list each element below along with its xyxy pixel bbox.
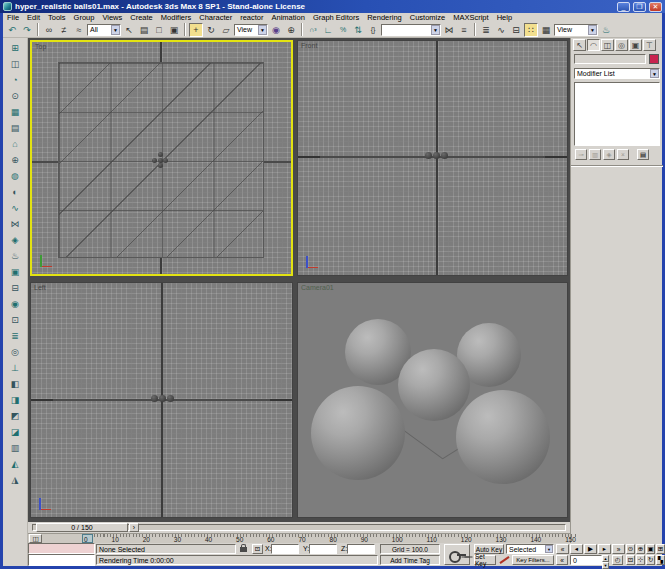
window-crossing-icon[interactable]: ▣ xyxy=(167,23,181,37)
close-button[interactable]: ✕ xyxy=(649,2,662,12)
viewport-left[interactable]: Left xyxy=(30,282,293,518)
key-filters-button[interactable]: Key Filters... xyxy=(512,555,554,565)
menu-item[interactable]: Help xyxy=(497,13,512,22)
next-frame-arrow[interactable]: › xyxy=(129,523,139,532)
tool-icon[interactable]: ◧ xyxy=(7,376,24,391)
tab-motion[interactable]: ◎ xyxy=(615,39,628,51)
tool-icon[interactable]: ⋈ xyxy=(7,216,24,231)
macro-recorder-mini-listener[interactable] xyxy=(28,543,95,554)
select-by-name-icon[interactable]: ▤ xyxy=(137,23,151,37)
mirror-icon[interactable]: ⋈ xyxy=(442,23,456,37)
minimize-button[interactable]: _ xyxy=(617,2,630,12)
maximize-button[interactable]: ❐ xyxy=(633,2,646,12)
selection-lock-icon[interactable] xyxy=(240,547,247,552)
next-frame-button[interactable]: ▸ xyxy=(598,544,611,554)
chevron-down-icon[interactable]: ▼ xyxy=(111,25,120,35)
chevron-down-icon[interactable]: ▼ xyxy=(431,25,440,35)
tab-create[interactable]: ↖ xyxy=(573,39,586,51)
tool-icon[interactable]: ∿ xyxy=(7,200,24,215)
menu-item[interactable]: Rendering xyxy=(367,13,402,22)
schematic-view-icon[interactable]: ⊟ xyxy=(509,23,523,37)
tab-display[interactable]: ▣ xyxy=(629,39,642,51)
spinner-snap-icon[interactable]: ⇅ xyxy=(351,23,365,37)
align-icon[interactable]: ≡ xyxy=(457,23,471,37)
undo-icon[interactable]: ↶ xyxy=(5,23,19,37)
y-coordinate-field[interactable] xyxy=(309,544,337,554)
spheres-left-view[interactable] xyxy=(151,395,175,402)
modifier-list-select[interactable]: Modifier List ▼ xyxy=(574,68,660,79)
angle-snap-icon[interactable]: ∟ xyxy=(321,23,335,37)
menu-item[interactable]: Create xyxy=(130,13,153,22)
maxscript-mini-listener[interactable] xyxy=(28,554,95,566)
render-scene-icon[interactable]: ▦ xyxy=(539,23,553,37)
tool-icon[interactable]: ◪ xyxy=(7,424,24,439)
chevron-down-icon[interactable]: ▼ xyxy=(258,25,267,35)
sphere-front-left[interactable] xyxy=(311,386,405,480)
tool-icon[interactable]: ◎ xyxy=(7,344,24,359)
viewport-camera[interactable]: Camera01 xyxy=(297,282,568,518)
menu-item[interactable]: Edit xyxy=(27,13,40,22)
x-coordinate-field[interactable] xyxy=(271,544,299,554)
selection-filter-select[interactable]: All▼ xyxy=(87,24,121,36)
menu-item[interactable]: Customize xyxy=(410,13,445,22)
tool-icon[interactable]: ◔ xyxy=(7,72,24,87)
go-to-end-button[interactable]: » xyxy=(612,544,625,554)
tool-icon[interactable]: ◩ xyxy=(7,408,24,423)
play-button[interactable]: ▶ xyxy=(584,544,597,554)
sphere-middle[interactable] xyxy=(398,349,470,421)
configure-modifier-sets-button[interactable]: ▤ xyxy=(637,149,649,160)
tool-icon[interactable]: ◉ xyxy=(7,296,24,311)
viewport-label[interactable]: Left xyxy=(34,284,46,291)
viewport-label[interactable]: Front xyxy=(301,42,317,49)
select-and-manipulate-icon[interactable]: ⊕ xyxy=(284,23,298,37)
menu-item[interactable]: Animation xyxy=(272,13,305,22)
menu-item[interactable]: reactor xyxy=(240,13,263,22)
tool-icon[interactable]: ▣ xyxy=(7,264,24,279)
select-and-move-icon[interactable]: + xyxy=(189,23,203,37)
pin-stack-button[interactable]: ⊸ xyxy=(575,149,587,160)
tool-icon[interactable]: ◫ xyxy=(7,56,24,71)
layer-manager-icon[interactable]: ≣ xyxy=(479,23,493,37)
tool-icon[interactable]: ⌂ xyxy=(7,136,24,151)
current-frame-field[interactable]: 0 xyxy=(570,555,602,565)
menu-item[interactable]: Tools xyxy=(48,13,66,22)
min-max-toggle-icon[interactable]: ▚ xyxy=(656,555,665,565)
tool-icon[interactable]: ◭ xyxy=(7,456,24,471)
sphere-front-right[interactable] xyxy=(456,390,550,484)
object-color-swatch[interactable] xyxy=(649,54,659,64)
tool-icon[interactable]: ▦ xyxy=(7,104,24,119)
menu-item[interactable]: Graph Editors xyxy=(313,13,359,22)
tool-icon[interactable]: ▥ xyxy=(7,440,24,455)
viewport-label[interactable]: Camera01 xyxy=(301,284,334,291)
select-and-scale-icon[interactable]: ▱ xyxy=(219,23,233,37)
menu-item[interactable]: Views xyxy=(102,13,122,22)
redo-icon[interactable]: ↷ xyxy=(20,23,34,37)
tool-icon[interactable]: ⊡ xyxy=(7,312,24,327)
time-slider-handle[interactable]: 0 / 150 xyxy=(36,523,128,532)
select-and-rotate-icon[interactable]: ↻ xyxy=(204,23,218,37)
tool-icon[interactable]: ⊟ xyxy=(7,280,24,295)
tool-icon[interactable]: ◐ xyxy=(7,184,24,199)
zoom-extents-all-icon[interactable]: ⊞ xyxy=(656,544,665,554)
select-and-link-icon[interactable]: ∞ xyxy=(42,23,56,37)
curve-editor-icon[interactable]: ∿ xyxy=(494,23,508,37)
material-editor-icon[interactable]: ∷ xyxy=(524,23,538,37)
edit-named-selection-sets-icon[interactable]: {} xyxy=(366,23,380,37)
render-type-select[interactable]: View▼ xyxy=(554,24,598,36)
track-bar[interactable]: ◫ 0102030405060708090100110120130140150 xyxy=(28,533,570,543)
tool-icon[interactable]: ◨ xyxy=(7,392,24,407)
add-time-tag[interactable]: Add Time Tag xyxy=(380,555,440,565)
remove-modifier-button[interactable]: × xyxy=(617,149,629,160)
menu-item[interactable]: Character xyxy=(199,13,232,22)
percent-snap-icon[interactable]: % xyxy=(336,23,350,37)
menu-item[interactable]: MAXScript xyxy=(453,13,488,22)
chevron-down-icon[interactable]: ▼ xyxy=(545,545,553,553)
chevron-down-icon[interactable]: ▼ xyxy=(588,25,597,35)
frame-spinner[interactable]: ▲▼ xyxy=(602,555,609,565)
select-object-icon[interactable]: ↖ xyxy=(122,23,136,37)
pan-icon[interactable]: ⊹ xyxy=(636,555,645,565)
z-coordinate-field[interactable] xyxy=(347,544,375,554)
tab-utilities[interactable]: ⊤ xyxy=(643,39,656,51)
show-end-result-button[interactable]: ▥ xyxy=(589,149,601,160)
viewport-top[interactable]: Top xyxy=(30,40,293,276)
